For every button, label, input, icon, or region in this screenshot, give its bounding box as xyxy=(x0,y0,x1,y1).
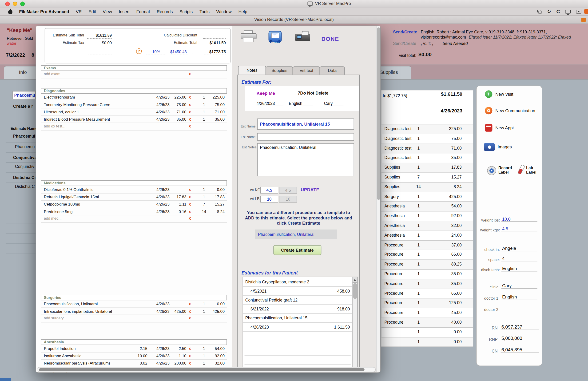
dialog-vertical-scrollbar[interactable] xyxy=(376,26,380,372)
rn-field[interactable]: 6,097,237 xyxy=(501,324,539,330)
estimate-list-entry[interactable]: Conjunctival Pedicle graft 12 6/21/2022 … xyxy=(243,296,352,314)
estimate-list-item[interactable]: Distichia C xyxy=(15,184,35,189)
delete-icon[interactable]: x xyxy=(189,102,191,107)
lab-label-button-2[interactable]: Label xyxy=(526,170,537,174)
template-procedure-field[interactable]: Phacoemulsification, Unilateral xyxy=(255,230,337,239)
disch-tech-field[interactable]: English xyxy=(502,266,537,271)
charge-row[interactable]: 1 0.00 xyxy=(381,337,473,347)
apple-menu-icon[interactable] xyxy=(8,9,12,14)
record-label-icon[interactable] xyxy=(487,166,496,175)
estimate-list-item[interactable]: Conjunctiv xyxy=(15,164,34,169)
cn-field[interactable]: 6,045,895 xyxy=(501,347,539,353)
update-button[interactable]: UPDATE xyxy=(301,188,319,192)
scrollbar-thumb[interactable] xyxy=(39,368,365,371)
close-button[interactable] xyxy=(5,1,10,6)
delete-icon[interactable]: x xyxy=(189,346,191,351)
estimate-list-selected[interactable]: Phacoemuls xyxy=(12,91,36,99)
estimate-list-entry[interactable]: Phacoemulsification, Unilateral 15 4/26/… xyxy=(243,314,352,332)
menu-item[interactable]: Insert xyxy=(119,9,130,14)
charge-row[interactable]: Procedure 1 35.00 xyxy=(381,270,473,279)
line-item-row[interactable]: Neuromuscular paralysis (Atracurium) 0.0… xyxy=(41,360,227,367)
minimize-button[interactable] xyxy=(13,1,17,6)
charge-row[interactable]: Supplies 7 15.27 xyxy=(381,173,473,183)
doctor-2-field[interactable] xyxy=(502,305,537,311)
tech-field[interactable]: English xyxy=(289,101,313,106)
create-estimate-button[interactable]: Create Estimate xyxy=(273,245,321,255)
delete-icon[interactable]: x xyxy=(189,354,191,358)
send-create-link[interactable]: Send/Create xyxy=(393,30,417,34)
est-name-field[interactable]: Phacoemulsification, Unilateral 15 xyxy=(257,119,354,130)
delete-icon[interactable]: x xyxy=(189,124,191,128)
add-dx-link[interactable]: add dx test... xyxy=(44,124,65,128)
charge-row[interactable]: Anesthesia 1 54.00 xyxy=(381,202,473,212)
caffeine-icon[interactable]: C xyxy=(556,7,560,16)
stacked-windows-icon[interactable] xyxy=(537,10,542,13)
menu-item[interactable]: Scripts xyxy=(179,9,193,14)
charge-row[interactable]: Diagnostic test 1 75.00 xyxy=(381,134,473,144)
scroll-up-icon[interactable] xyxy=(353,277,357,283)
discount-percent-field[interactable]: 10% xyxy=(146,46,166,55)
add-med-link[interactable]: add med... xyxy=(44,217,62,221)
menu-item[interactable]: Window xyxy=(216,9,232,14)
estimate-list-item[interactable]: Distichia Ci xyxy=(13,175,36,180)
delete-icon[interactable]: x xyxy=(189,316,191,320)
charge-row[interactable]: Diagnostic test 1 35.00 xyxy=(381,154,473,163)
estimate-list-entry[interactable]: Distichia Cryoepilation, moderate 2 4/5/… xyxy=(243,278,352,296)
create-estimate-link[interactable]: Create a r xyxy=(13,104,33,108)
add-exam-link[interactable]: add exam... xyxy=(44,72,63,76)
patient-name-field[interactable]: Keep Me xyxy=(257,91,275,96)
wt-lb-field[interactable]: 10 xyxy=(260,196,278,203)
line-item-row[interactable]: Intraocular lens implantation, Unilatera… xyxy=(41,308,227,315)
delete-icon[interactable]: x xyxy=(189,72,191,76)
record-label-button-2[interactable]: Label xyxy=(498,170,509,174)
charge-row[interactable]: Anesthesia 1 92.00 xyxy=(381,212,473,221)
charge-row[interactable]: Procedure 1 40.00 xyxy=(381,318,473,328)
fax-button[interactable] xyxy=(295,30,310,42)
help-icon[interactable]: ? xyxy=(136,48,142,54)
display-icon[interactable] xyxy=(565,10,571,13)
delete-icon[interactable]: x xyxy=(189,194,191,199)
line-item-row[interactable]: Phacoemulsification, Unilateral 4/26/23 … xyxy=(41,300,227,308)
done-button[interactable]: DONE xyxy=(321,36,339,42)
new-communication-icon[interactable] xyxy=(485,107,492,114)
line-item-row[interactable]: Propofol Induction 2.15 4/26/23 2.50 x 1… xyxy=(41,345,227,352)
images-icon[interactable] xyxy=(484,143,495,151)
menu-item[interactable]: View xyxy=(103,9,112,14)
delete-icon[interactable]: x xyxy=(189,110,191,114)
line-item-row[interactable]: Prednisone 5mg 4/26/23 0.16 x 14 8.24 xyxy=(41,208,227,215)
tab-data[interactable]: Data xyxy=(320,66,345,75)
menu-item[interactable]: Tools xyxy=(199,9,210,14)
charge-row[interactable]: Diagnostic test 1 225.00 xyxy=(381,125,473,134)
charge-row[interactable]: Surgery 1 425.00 xyxy=(381,192,473,202)
refresh-icon[interactable]: ↻ xyxy=(547,7,551,16)
estimate-list-item[interactable]: Conjunctiva xyxy=(13,155,37,160)
delete-icon[interactable]: x xyxy=(189,216,191,221)
send-create-link-2[interactable]: Send/Create xyxy=(393,41,416,46)
delete-icon[interactable]: x xyxy=(189,309,191,313)
new-communication-button[interactable]: New Communication xyxy=(495,108,535,113)
tab-supplies-dialog[interactable]: Supplies xyxy=(266,66,293,75)
charge-row[interactable]: Anesthesia 1 32.00 xyxy=(381,221,473,231)
new-appt-icon[interactable] xyxy=(485,124,492,132)
charge-row[interactable]: Diagnostic test 1 71.00 xyxy=(381,144,473,154)
delete-icon[interactable]: x xyxy=(189,301,191,306)
zoom-button[interactable] xyxy=(20,1,25,6)
clinic-field-dialog[interactable]: Cary xyxy=(324,101,344,106)
charge-row[interactable]: Procedure 1 45.00 xyxy=(381,308,473,318)
new-visit-icon[interactable]: + xyxy=(485,90,492,98)
estimate-date-field[interactable]: 4/26/2023 xyxy=(257,101,284,106)
est-name-2-field[interactable] xyxy=(257,133,354,141)
line-item-row[interactable]: Electroretinogram 4/26/23 225.00 x 1 225… xyxy=(41,94,227,101)
charge-row[interactable]: Procedure 1 66.00 xyxy=(381,250,473,260)
toolbar-badge-icon[interactable] xyxy=(581,18,586,22)
charge-row[interactable]: 1 0.00 xyxy=(381,328,473,337)
delete-icon[interactable]: x xyxy=(189,202,191,206)
est-notes-field[interactable]: Phacoemulsification, Unilateral xyxy=(257,143,354,176)
estimate-list-item[interactable]: Phacoemu xyxy=(15,144,35,149)
charge-row[interactable]: Supplies 1 17.83 xyxy=(381,163,473,173)
delete-icon[interactable]: x xyxy=(189,361,191,365)
line-item-row[interactable]: Diclofenac 0.1% Ophthalmic 4/26/23 x 1 0… xyxy=(41,186,227,193)
estimate-list-item[interactable]: Phacoemul xyxy=(13,134,35,138)
wt-kg-field[interactable]: 4.5 xyxy=(260,187,278,193)
add-surgery-link[interactable]: add surgery... xyxy=(44,316,66,320)
